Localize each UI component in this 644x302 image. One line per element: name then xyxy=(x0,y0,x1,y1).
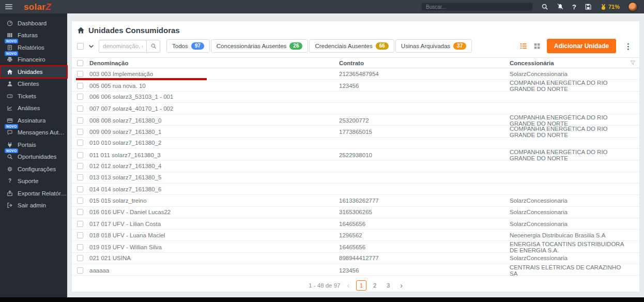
search-icon[interactable] xyxy=(541,3,548,10)
chevron-down-icon[interactable] xyxy=(88,43,95,50)
home-icon xyxy=(77,26,85,34)
row-checkbox[interactable] xyxy=(77,244,83,250)
cell-concessionaria: SolarzConcessionaria xyxy=(510,71,626,77)
sidebar-item-unidades[interactable]: Unidades xyxy=(0,66,67,78)
row-checkbox[interactable] xyxy=(77,71,83,77)
table-row[interactable]: 015 015 solarz_treino 161336262777 Solar… xyxy=(72,195,639,206)
table-search-input[interactable] xyxy=(99,40,146,53)
sidebar-item-financeiro[interactable]: NOVO Financeiro xyxy=(0,54,67,66)
filter-tab[interactable]: Usinas Arquivadas 37 xyxy=(395,39,472,53)
global-search-input[interactable] xyxy=(421,3,533,11)
page-1[interactable]: 1 xyxy=(356,280,366,291)
list-view-icon[interactable] xyxy=(520,42,527,50)
novo-badge: NOVO xyxy=(5,124,18,129)
row-checkbox[interactable] xyxy=(77,163,83,169)
table-row[interactable]: 007 007 solarz4_40170_1 - 002 xyxy=(72,103,639,114)
row-checkbox[interactable] xyxy=(77,186,83,192)
row-checkbox[interactable] xyxy=(77,267,83,274)
select-all-checkbox[interactable] xyxy=(77,43,84,50)
row-checkbox[interactable] xyxy=(77,129,83,135)
sidebar-item-mensagens-autom-t[interactable]: NOVO Mensagens Automát... xyxy=(0,127,67,139)
table-row[interactable]: 016 016 UFV - Daniel Lucas22 3165306265 … xyxy=(72,207,639,218)
sidebar-item-label: Assinatura xyxy=(18,117,45,124)
row-checkbox[interactable] xyxy=(77,221,83,227)
table-row[interactable]: 021 021 USINA 898944412777 SolarzConcess… xyxy=(72,253,639,264)
sidebar-item-suporte[interactable]: Suporte xyxy=(0,175,67,188)
header-checkbox[interactable] xyxy=(77,60,83,66)
table-row[interactable]: 009 009 solarz7_161380_1 1773865015 COMP… xyxy=(72,126,639,137)
row-checkbox[interactable] xyxy=(77,140,83,146)
table-search-button[interactable] xyxy=(146,40,160,53)
sidebar-item-sair-admin[interactable]: Sair admin xyxy=(0,200,67,212)
next-page-icon[interactable]: › xyxy=(400,282,403,289)
table-row[interactable]: 005 005 rua nova. 10 123456 COMPANHIA EN… xyxy=(72,80,639,91)
table-row[interactable]: 003 003 Implementação 212365487954 Solar… xyxy=(72,68,639,80)
row-checkbox[interactable] xyxy=(77,117,83,124)
table-row[interactable]: 006 006 solarz3_53103_1 - 001 xyxy=(72,92,639,103)
sidebar-item-configura-es[interactable]: Configurações xyxy=(0,163,67,175)
toolbar-actions: Adicionar Unidade ⋮ xyxy=(520,39,634,53)
column-header-denominacao[interactable]: Denominação xyxy=(89,60,339,66)
filter-tabs: Todos 97 Concessionárias Ausentes 26 Cre… xyxy=(166,39,472,53)
table-row[interactable]: 011 011 solarz7_161380_3 2522938010 COMP… xyxy=(72,149,639,160)
row-checkbox[interactable] xyxy=(77,105,83,112)
sidebar-item-dashboard[interactable]: Dashboard xyxy=(0,17,67,29)
cell-denominacao: 006 006 solarz3_53103_1 - 001 xyxy=(89,94,339,100)
sidebar-item-oportunidades[interactable]: NOVO Oportunidades xyxy=(0,151,67,163)
user-avatar[interactable] xyxy=(628,2,638,12)
notifications-muted-icon[interactable] xyxy=(557,3,564,10)
filter-tab[interactable]: Credenciais Ausentes 66 xyxy=(309,39,394,53)
table-row[interactable]: 018 018 UFV - Luana Maciel 1296562 Neoen… xyxy=(72,230,639,241)
novo-badge: NOVO xyxy=(5,148,18,153)
gamification-percent: 71% xyxy=(608,4,620,10)
cell-contrato: 161336262777 xyxy=(339,198,510,204)
page-2[interactable]: 2 xyxy=(370,280,380,291)
filter-tab[interactable]: Concessionárias Ausentes 26 xyxy=(211,39,309,53)
row-checkbox[interactable] xyxy=(77,94,83,100)
page-3[interactable]: 3 xyxy=(383,280,393,291)
add-unit-button[interactable]: Adicionar Unidade xyxy=(547,39,616,53)
table-row[interactable]: 012 012 solarz7_161380_4 xyxy=(72,160,639,172)
cell-contrato: 212365487954 xyxy=(339,71,510,77)
grid-view-icon[interactable] xyxy=(533,42,541,50)
table-row[interactable]: aaaaaa 123456 CENTRAIS ELÉTRICAS DE CARA… xyxy=(72,264,639,276)
row-checkbox[interactable] xyxy=(77,198,83,204)
prev-page-icon[interactable]: ‹ xyxy=(347,282,350,289)
column-header-contrato[interactable]: Contrato xyxy=(339,60,510,66)
cell-concessionaria: COMPANHIA ENERGÉTICA DO RIO GRANDE DO NO… xyxy=(510,80,626,92)
novo-badge: NOVO xyxy=(5,51,18,56)
gamification-score[interactable]: 71% xyxy=(600,4,620,10)
row-checkbox[interactable] xyxy=(77,83,83,89)
kebab-menu-icon[interactable]: ⋮ xyxy=(622,42,634,50)
filter-icon[interactable] xyxy=(630,60,636,66)
sidebar-item-label: Portais xyxy=(18,142,36,148)
save-icon[interactable] xyxy=(585,3,592,10)
sidebar-item-an-lises[interactable]: Análises xyxy=(0,102,67,115)
row-checkbox[interactable] xyxy=(77,209,83,215)
cell-denominacao: 019 019 UFV - Willian Silva xyxy=(89,244,339,250)
sidebar-item-clientes[interactable]: Clientes xyxy=(0,78,67,90)
menu-toggle-icon[interactable] xyxy=(5,3,12,10)
sidebar-item-exportar-relat-rios[interactable]: Exportar Relatórios xyxy=(0,187,67,200)
row-checkbox[interactable] xyxy=(77,232,83,238)
table-row[interactable]: 008 008 solarz7_161380_0 253200772 COMPA… xyxy=(72,114,639,126)
table-row[interactable]: 010 010 solarz7_161380_2 xyxy=(72,138,639,149)
cell-concessionaria: COMPANHIA ENERGÉTICA DO RIO GRANDE DO NO… xyxy=(510,126,626,138)
sidebar: Dashboard Faturas NOVO Relatórios NOVO F… xyxy=(0,13,67,297)
cell-concessionaria: SolarzConcessionaria xyxy=(510,209,626,215)
help-icon[interactable]: ? xyxy=(572,4,576,10)
row-checkbox[interactable] xyxy=(77,255,83,261)
sidebar-item-tickets[interactable]: Tickets xyxy=(0,90,67,102)
table-row[interactable]: 014 014 solarz7_161380_6 xyxy=(72,184,639,195)
table-row[interactable]: 017 017 UFV - Lilian Costa 16465656 Sola… xyxy=(72,218,639,230)
messages-icon xyxy=(7,129,13,135)
column-header-concessionaria[interactable]: Concessionária xyxy=(510,60,626,66)
app-logo[interactable]: solarZ xyxy=(24,3,51,11)
row-checkbox[interactable] xyxy=(77,152,83,158)
row-checkbox[interactable] xyxy=(77,174,83,180)
table-row[interactable]: 019 019 UFV - Willian Silva 16465656 ENE… xyxy=(72,241,639,252)
cell-concessionaria: COMPANHIA ENERGÉTICA DO RIO GRANDE DO NO… xyxy=(510,149,626,161)
table-row[interactable]: 013 013 solarz7_161380_5 xyxy=(72,172,639,184)
cell-concessionaria: SolarzConcessionaria xyxy=(510,198,626,204)
filter-tab[interactable]: Todos 97 xyxy=(166,39,210,53)
